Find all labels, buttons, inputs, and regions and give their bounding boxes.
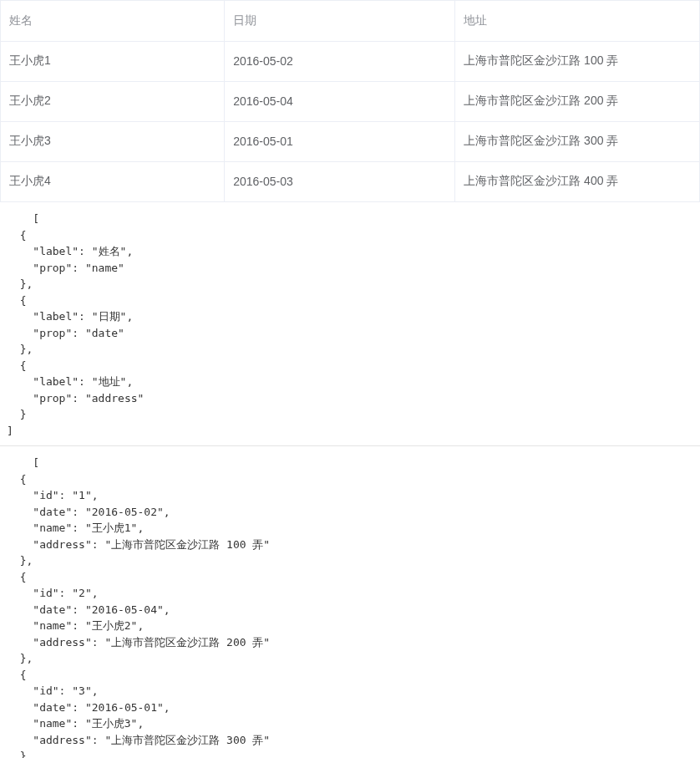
header-address: 地址	[455, 1, 700, 41]
header-name: 姓名	[1, 1, 225, 41]
cell-name: 王小虎3	[1, 121, 225, 161]
data-table: 姓名 日期 地址 王小虎1 2016-05-02 上海市普陀区金沙江路 100 …	[0, 0, 700, 202]
cell-name: 王小虎4	[1, 161, 225, 201]
columns-json-output: [ { "label": "姓名", "prop": "name" }, { "…	[0, 202, 700, 445]
cell-date: 2016-05-03	[225, 161, 455, 201]
table-row: 王小虎1 2016-05-02 上海市普陀区金沙江路 100 弄	[1, 41, 700, 81]
cell-date: 2016-05-01	[225, 121, 455, 161]
table-header-row: 姓名 日期 地址	[1, 1, 700, 41]
cell-address: 上海市普陀区金沙江路 100 弄	[455, 41, 700, 81]
header-date: 日期	[225, 1, 455, 41]
cell-name: 王小虎2	[1, 81, 225, 121]
cell-date: 2016-05-04	[225, 81, 455, 121]
data-json-output: [ { "id": "1", "date": "2016-05-02", "na…	[0, 446, 700, 758]
cell-address: 上海市普陀区金沙江路 400 弄	[455, 161, 700, 201]
cell-address: 上海市普陀区金沙江路 300 弄	[455, 121, 700, 161]
cell-name: 王小虎1	[1, 41, 225, 81]
table-row: 王小虎3 2016-05-01 上海市普陀区金沙江路 300 弄	[1, 121, 700, 161]
cell-address: 上海市普陀区金沙江路 200 弄	[455, 81, 700, 121]
table-row: 王小虎2 2016-05-04 上海市普陀区金沙江路 200 弄	[1, 81, 700, 121]
cell-date: 2016-05-02	[225, 41, 455, 81]
table-row: 王小虎4 2016-05-03 上海市普陀区金沙江路 400 弄	[1, 161, 700, 201]
